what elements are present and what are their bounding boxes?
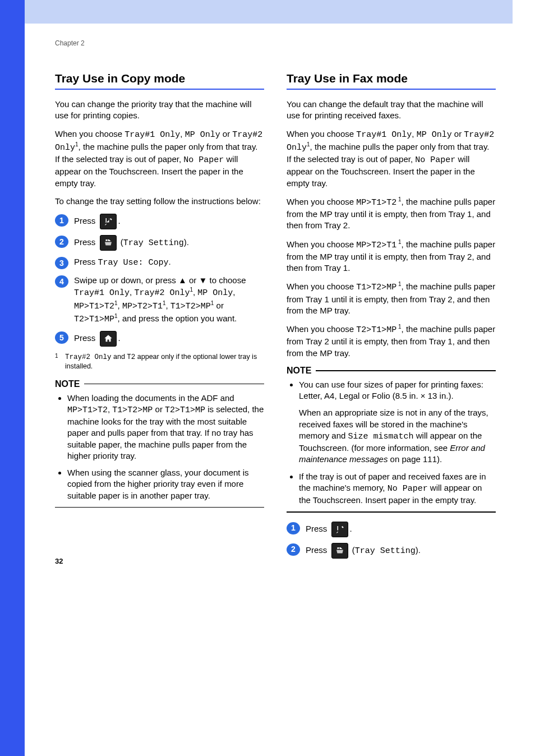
copy-instructions-lead: To change the tray setting follow the in… [55,196,264,207]
page-number: 32 [55,557,63,565]
page-content: Chapter 2 Tray Use in Copy mode You can … [0,0,535,587]
step-badge: 2 [287,543,300,556]
step-2-fax: 2 Press A (Tray Setting). [287,543,496,559]
step-4: 4 Swipe up or down, or press ▲ or ▼ to c… [55,275,264,325]
note-list-left: When loading the documents in the ADF an… [55,393,264,501]
section-title-copy: Tray Use in Copy mode [55,72,264,85]
note-close-rule [287,511,496,513]
fax-mp-t2-t1: When you choose MP>T2>T1 1, the machine … [287,238,496,274]
right-column: Tray Use in Fax mode You can change the … [287,72,496,564]
copy-choose-tray: When you choose Tray#1 Only, MP Only or … [55,128,264,189]
chapter-label: Chapter 2 [55,39,496,47]
step-1: 1 Press . [55,214,264,229]
copy-intro: You can change the priority tray that th… [55,99,264,122]
note-item: If the tray is out of paper and received… [299,471,496,506]
note-item: When loading the documents in the ADF an… [67,393,264,462]
step-2: 2 Press A (Tray Setting). [55,235,264,251]
title-rule [55,89,264,90]
step-badge: 1 [55,214,68,227]
fax-mp-t1-t2: When you choose MP>T1>T2 1, the machine … [287,196,496,232]
step-5: 5 Press . [55,331,264,347]
svg-rect-2 [337,526,338,531]
step-badge: 5 [55,331,68,344]
note-item: You can use four sizes of paper for prin… [299,379,496,465]
step-badge: 4 [55,275,68,288]
step-badge: 1 [287,522,300,534]
fax-intro: You can change the default tray that the… [287,99,496,122]
title-rule [287,89,496,90]
note-header-right: NOTE [287,366,496,376]
tray-icon: A [331,543,348,559]
fax-t2-t1-mp: When you choose T2>T1>MP 1, the machine … [287,323,496,359]
svg-rect-0 [105,218,107,223]
section-title-fax: Tray Use in Fax mode [287,72,496,85]
left-column: Tray Use in Copy mode You can change the… [55,72,264,564]
note-close-rule [55,507,264,508]
step-badge: 2 [55,236,68,248]
footnote-1: 1 Tray#2 Only and T2 appear only if the … [55,352,264,371]
step-3: 3 Press Tray Use: Copy. [55,256,264,269]
fax-t1-t2-mp: When you choose T1>T2>MP 1, the machine … [287,280,496,316]
tools-icon [100,214,117,229]
step-1-fax: 1 Press . [287,522,496,537]
home-icon [100,331,117,347]
step-badge: 3 [55,257,68,269]
note-item: When using the scanner glass, your docum… [67,467,264,501]
svg-text:A: A [338,547,340,550]
svg-text:A: A [107,239,109,242]
tray-icon: A [100,235,117,251]
fax-choose-tray: When you choose Tray#1 Only, MP Only or … [287,128,496,189]
note-header-left: NOTE [55,379,264,389]
tools-icon [331,522,348,537]
note-list-right: You can use four sizes of paper for prin… [287,379,496,506]
